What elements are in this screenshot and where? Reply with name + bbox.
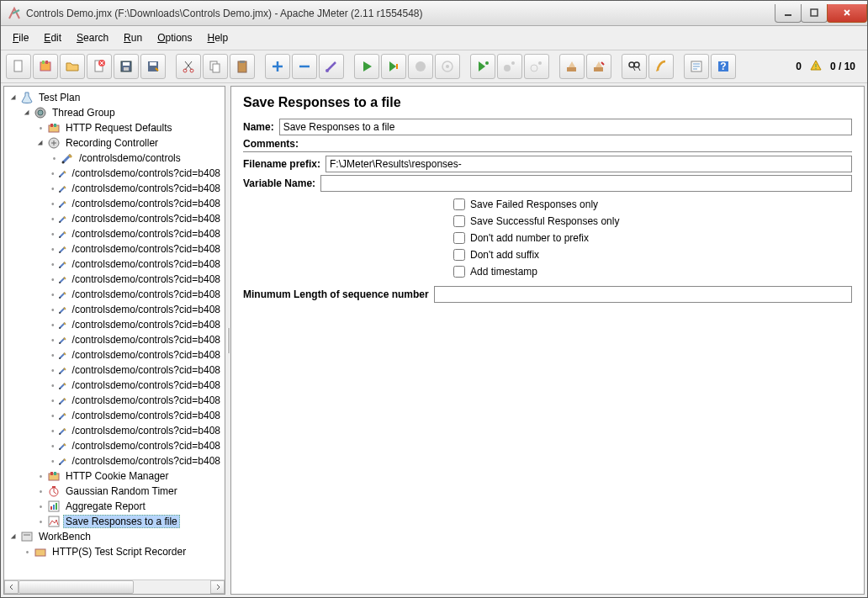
tree-toggle[interactable]: [50, 169, 56, 178]
tree-http-req-defaults[interactable]: HTTP Request Defaults: [63, 121, 175, 135]
search-button[interactable]: [622, 54, 647, 79]
check-no-number[interactable]: Don't add number to prefix: [453, 232, 852, 244]
check-no-suffix-box[interactable]: [453, 249, 465, 261]
tree-test-plan[interactable]: Test Plan: [36, 91, 82, 104]
check-no-suffix[interactable]: Don't add suffix: [453, 249, 852, 261]
tree-script-recorder[interactable]: HTTP(S) Test Script Recorder: [50, 545, 188, 558]
tree-http-request[interactable]: /controlsdemo/controls?cid=b408: [70, 303, 223, 316]
menu-run[interactable]: Run: [117, 29, 149, 46]
tree-http-request[interactable]: /controlsdemo/controls?cid=b408: [70, 242, 223, 256]
tree-toggle[interactable]: [23, 108, 32, 118]
tree-http-request[interactable]: /controlsdemo/controls?cid=b408: [70, 212, 223, 225]
tree-gauss-timer[interactable]: Gaussian Random Timer: [63, 484, 180, 498]
tree-recording-controller[interactable]: Recording Controller: [63, 136, 161, 150]
tree-http-request[interactable]: /controlsdemo/controls?cid=b408: [70, 318, 223, 331]
name-input[interactable]: [279, 119, 852, 135]
menu-options[interactable]: Options: [151, 29, 198, 46]
function-helper-button[interactable]: [684, 54, 709, 79]
scroll-thumb[interactable]: [19, 580, 134, 594]
tree-toggle[interactable]: [50, 305, 56, 315]
open-button[interactable]: [60, 54, 85, 79]
tree-agg-report[interactable]: Aggregate Report: [63, 500, 148, 513]
tree-http-request[interactable]: /controlsdemo/controls?cid=b408: [70, 394, 223, 407]
menu-search[interactable]: Search: [70, 29, 115, 46]
tree-toggle[interactable]: [50, 320, 56, 330]
shutdown-button[interactable]: [435, 54, 460, 79]
minimize-button[interactable]: [775, 4, 802, 23]
templates-button[interactable]: [33, 54, 58, 79]
cut-button[interactable]: [176, 54, 201, 79]
expand-button[interactable]: [265, 54, 290, 79]
tree-toggle[interactable]: [9, 93, 19, 103]
save-button[interactable]: [114, 54, 139, 79]
clear-button[interactable]: [559, 54, 585, 79]
check-save-success[interactable]: Save Successful Responses only: [453, 215, 852, 227]
tree-http-request[interactable]: /controlsdemo/controls?cid=b408: [70, 197, 223, 210]
tree-http-request[interactable]: /controlsdemo/controls: [77, 151, 183, 165]
tree-http-request[interactable]: /controlsdemo/controls?cid=b408: [70, 227, 223, 241]
menu-edit[interactable]: Edit: [37, 29, 68, 46]
check-timestamp[interactable]: Add timestamp: [453, 266, 852, 278]
close-file-button[interactable]: [87, 54, 112, 79]
menu-help[interactable]: Help: [201, 29, 236, 46]
tree-toggle[interactable]: [50, 199, 56, 209]
tree-http-request[interactable]: /controlsdemo/controls?cid=b408: [70, 348, 223, 362]
test-tree[interactable]: Test Plan Thread Group HTTP Request Defa…: [8, 90, 225, 559]
tree-cookie-mgr[interactable]: HTTP Cookie Manager: [63, 469, 172, 483]
prefix-input[interactable]: [326, 156, 852, 172]
tree-http-request[interactable]: /controlsdemo/controls?cid=b408: [70, 409, 223, 422]
tree-toggle[interactable]: [50, 381, 56, 390]
tree-toggle[interactable]: [50, 426, 56, 436]
tree-toggle[interactable]: [50, 290, 56, 299]
tree-http-request[interactable]: /controlsdemo/controls?cid=b408: [70, 273, 223, 286]
tree-toggle[interactable]: [50, 260, 56, 269]
tree-http-request[interactable]: /controlsdemo/controls?cid=b408: [70, 257, 223, 271]
check-save-failed[interactable]: Save Failed Responses only: [453, 198, 852, 210]
varname-input[interactable]: [320, 175, 852, 192]
tree-toggle[interactable]: [50, 366, 56, 375]
tree-toggle[interactable]: [50, 230, 56, 239]
maximize-button[interactable]: [801, 4, 828, 23]
remote-shutdown-button[interactable]: [524, 54, 549, 79]
check-save-success-box[interactable]: [453, 215, 465, 227]
tree-toggle[interactable]: [50, 336, 56, 345]
tree-http-request[interactable]: /controlsdemo/controls?cid=b408: [70, 363, 223, 377]
collapse-button[interactable]: [292, 54, 317, 79]
tree-toggle[interactable]: [9, 532, 19, 542]
help-button[interactable]: ?: [711, 54, 736, 79]
scroll-right-button[interactable]: [210, 580, 225, 594]
new-button[interactable]: [6, 54, 31, 79]
remote-stop-button[interactable]: [497, 54, 522, 79]
start-button[interactable]: [354, 54, 379, 79]
saveas-button[interactable]: [140, 54, 166, 79]
close-button[interactable]: [827, 4, 867, 23]
tree-workbench[interactable]: WorkBench: [36, 530, 93, 543]
copy-button[interactable]: [203, 54, 228, 79]
tree-toggle[interactable]: [50, 442, 56, 451]
stop-button[interactable]: [408, 54, 433, 79]
check-no-number-box[interactable]: [453, 232, 465, 244]
tree-hscrollbar[interactable]: [4, 579, 225, 594]
check-timestamp-box[interactable]: [453, 266, 465, 278]
tree-http-request[interactable]: /controlsdemo/controls?cid=b408: [70, 454, 223, 468]
clear-all-button[interactable]: [586, 54, 611, 79]
tree-toggle[interactable]: [50, 457, 56, 466]
tree-save-responses[interactable]: Save Responses to a file: [63, 515, 180, 528]
tree-toggle[interactable]: [50, 351, 56, 360]
tree-http-request[interactable]: /controlsdemo/controls?cid=b408: [70, 378, 223, 392]
remote-start-button[interactable]: [470, 54, 495, 79]
tree-toggle[interactable]: [50, 275, 56, 284]
tree-http-request[interactable]: /controlsdemo/controls?cid=b408: [70, 167, 223, 180]
tree-toggle[interactable]: [50, 245, 56, 254]
scroll-left-button[interactable]: [4, 580, 19, 594]
tree-toggle[interactable]: [50, 154, 59, 163]
start-no-timers-button[interactable]: [381, 54, 406, 79]
tree-http-request[interactable]: /controlsdemo/controls?cid=b408: [70, 182, 223, 195]
tree-thread-group[interactable]: Thread Group: [50, 106, 118, 119]
tree-http-request[interactable]: /controlsdemo/controls?cid=b408: [70, 439, 223, 452]
minlen-input[interactable]: [434, 286, 852, 303]
tree-toggle[interactable]: [50, 396, 56, 405]
tree-http-request[interactable]: /controlsdemo/controls?cid=b408: [70, 333, 223, 347]
paste-button[interactable]: [230, 54, 255, 79]
check-save-failed-box[interactable]: [453, 198, 465, 210]
